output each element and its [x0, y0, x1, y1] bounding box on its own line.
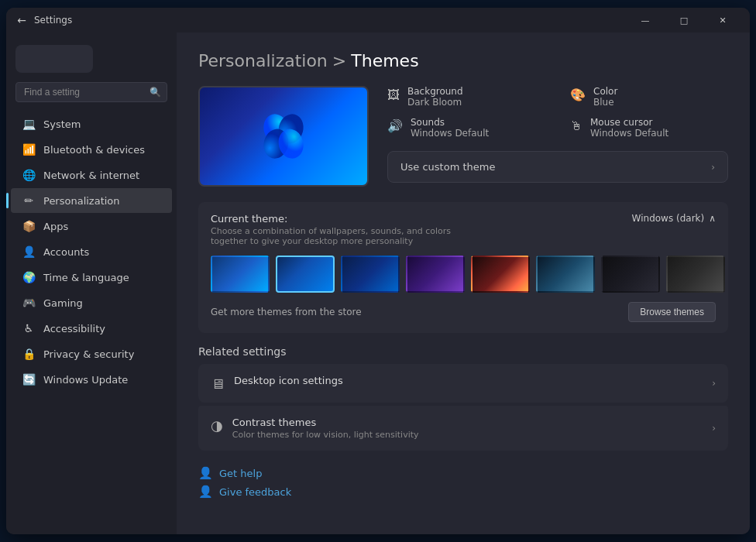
sidebar-item-bluetooth[interactable]: 📶 Bluetooth & devices: [11, 137, 172, 162]
store-row: Get more themes from the store Browse th…: [211, 302, 716, 322]
color-info: 🎨 Color Blue: [570, 86, 728, 108]
search-icon: 🔍: [149, 87, 161, 98]
use-custom-theme-button[interactable]: Use custom theme ›: [387, 151, 728, 183]
background-icon: 🖼: [387, 87, 400, 102]
color-label: Color: [593, 86, 617, 97]
theme-thumbnail[interactable]: [471, 256, 530, 293]
contrast-themes-item[interactable]: ◑ Contrast themes Color themes for low v…: [198, 406, 728, 451]
theme-thumbnail[interactable]: [536, 256, 595, 293]
sidebar-item-label: Gaming: [43, 297, 83, 309]
item-text: Desktop icon settings: [234, 375, 343, 386]
title-bar-left: ← Settings: [15, 14, 72, 26]
sidebar-item-label: Apps: [43, 221, 68, 232]
personalization-icon: ✏️: [22, 194, 36, 208]
sidebar-item-personalization[interactable]: ✏️ Personalization: [11, 188, 172, 213]
color-value: Blue: [593, 97, 617, 108]
sidebar-item-accessibility[interactable]: ♿ Accessibility: [11, 316, 172, 341]
back-button[interactable]: ←: [15, 14, 28, 26]
time-icon: 🌍: [22, 270, 36, 284]
accounts-icon: 👤: [22, 245, 36, 259]
item-left: 🖥 Desktop icon settings: [211, 375, 343, 392]
sidebar-item-apps[interactable]: 📦 Apps: [11, 214, 172, 238]
settings-window: ← Settings — □ ✕ 🔍 💻 System 📶 Bluetooth …: [6, 8, 750, 534]
window-title: Settings: [34, 15, 72, 26]
privacy-icon: 🔒: [22, 347, 36, 361]
bluetooth-icon: 📶: [22, 142, 36, 156]
theme-thumbnail[interactable]: [211, 256, 270, 293]
sidebar-item-label: System: [43, 118, 81, 130]
accessibility-icon: ♿: [22, 321, 36, 335]
item-text: Contrast themes Color themes for low vis…: [232, 417, 419, 440]
sidebar-item-label: Personalization: [43, 195, 120, 207]
sidebar-item-label: Windows Update: [43, 374, 128, 386]
theme-thumbnail[interactable]: [666, 256, 725, 293]
hero-section: 🖼 Background Dark Bloom 🎨 Color Blue: [198, 86, 728, 187]
chevron-right-icon: ›: [712, 423, 716, 434]
current-theme-title: Current theme:: [211, 213, 490, 225]
window-controls: — □ ✕: [627, 8, 741, 33]
related-settings-title: Related settings: [198, 345, 728, 358]
sidebar-item-label: Time & language: [43, 272, 129, 283]
color-icon: 🎨: [570, 87, 586, 102]
sounds-info: 🔊 Sounds Windows Default: [387, 117, 545, 139]
current-theme-section: Current theme: Choose a combination of w…: [198, 202, 728, 333]
background-info: 🖼 Background Dark Bloom: [387, 86, 545, 108]
close-button[interactable]: ✕: [705, 8, 741, 33]
store-link[interactable]: Get more themes from the store: [211, 307, 362, 317]
mouse-value: Windows Default: [590, 128, 668, 139]
hero-info: 🖼 Background Dark Bloom 🎨 Color Blue: [387, 86, 728, 187]
theme-thumbnail[interactable]: [341, 256, 400, 293]
feedback-icon: 👤: [198, 485, 213, 499]
breadcrumb-separator: >: [332, 51, 346, 70]
mouse-info: 🖱 Mouse cursor Windows Default: [570, 117, 728, 139]
mouse-label: Mouse cursor: [590, 117, 668, 128]
help-section: 👤 Get help 👤 Give feedback: [198, 466, 728, 499]
sidebar-item-label: Network & internet: [43, 170, 139, 181]
sidebar-item-label: Bluetooth & devices: [43, 144, 145, 156]
theme-thumbnail[interactable]: [406, 256, 465, 293]
theme-thumbnail[interactable]: [276, 256, 335, 293]
desktop-icon-settings-item[interactable]: 🖥 Desktop icon settings ›: [198, 364, 728, 403]
minimize-button[interactable]: —: [627, 8, 663, 33]
get-help-label: Get help: [219, 468, 262, 479]
info-grid: 🖼 Background Dark Bloom 🎨 Color Blue: [387, 86, 728, 139]
system-icon: 💻: [22, 117, 36, 131]
give-feedback-label: Give feedback: [219, 486, 291, 498]
gaming-icon: 🎮: [22, 296, 36, 310]
current-theme-header: Current theme: Choose a combination of w…: [211, 213, 716, 246]
current-theme-value[interactable]: Windows (dark) ∧: [632, 213, 716, 224]
sidebar-item-system[interactable]: 💻 System: [11, 111, 172, 136]
breadcrumb-current: Themes: [351, 51, 418, 70]
custom-theme-label: Use custom theme: [400, 161, 495, 173]
network-icon: 🌐: [22, 168, 36, 182]
sidebar-item-accounts[interactable]: 👤 Accounts: [11, 239, 172, 264]
sidebar-item-label: Accessibility: [43, 323, 105, 334]
current-theme-name: Windows (dark): [632, 213, 705, 224]
sidebar-item-privacy[interactable]: 🔒 Privacy & security: [11, 341, 172, 366]
sidebar-item-network[interactable]: 🌐 Network & internet: [11, 163, 172, 187]
sidebar-item-gaming[interactable]: 🎮 Gaming: [11, 290, 172, 315]
sounds-icon: 🔊: [387, 118, 403, 133]
search-input[interactable]: [15, 82, 167, 102]
main-content: Personalization > Themes: [177, 33, 750, 534]
mouse-icon: 🖱: [570, 118, 582, 133]
user-avatar: [15, 45, 93, 73]
title-bar: ← Settings — □ ✕: [6, 8, 750, 33]
chevron-up-icon: ∧: [709, 213, 716, 224]
chevron-right-icon: ›: [711, 162, 715, 173]
desktop-icon: 🖥: [211, 376, 225, 392]
breadcrumb-parent[interactable]: Personalization: [198, 51, 328, 70]
maximize-button[interactable]: □: [666, 8, 702, 33]
breadcrumb: Personalization > Themes: [198, 51, 728, 70]
item-left: ◑ Contrast themes Color themes for low v…: [211, 417, 419, 440]
sidebar-item-time[interactable]: 🌍 Time & language: [11, 265, 172, 290]
sidebar-item-update[interactable]: 🔄 Windows Update: [11, 367, 172, 392]
sidebar: 🔍 💻 System 📶 Bluetooth & devices 🌐 Netwo…: [6, 33, 177, 534]
background-value: Dark Bloom: [407, 97, 463, 108]
get-help-link[interactable]: 👤 Get help: [198, 466, 728, 480]
theme-thumbnail[interactable]: [601, 256, 660, 293]
browse-themes-button[interactable]: Browse themes: [628, 302, 716, 322]
give-feedback-link[interactable]: 👤 Give feedback: [198, 485, 728, 499]
search-box: 🔍: [15, 82, 167, 102]
related-settings-section: Related settings 🖥 Desktop icon settings…: [198, 345, 728, 451]
